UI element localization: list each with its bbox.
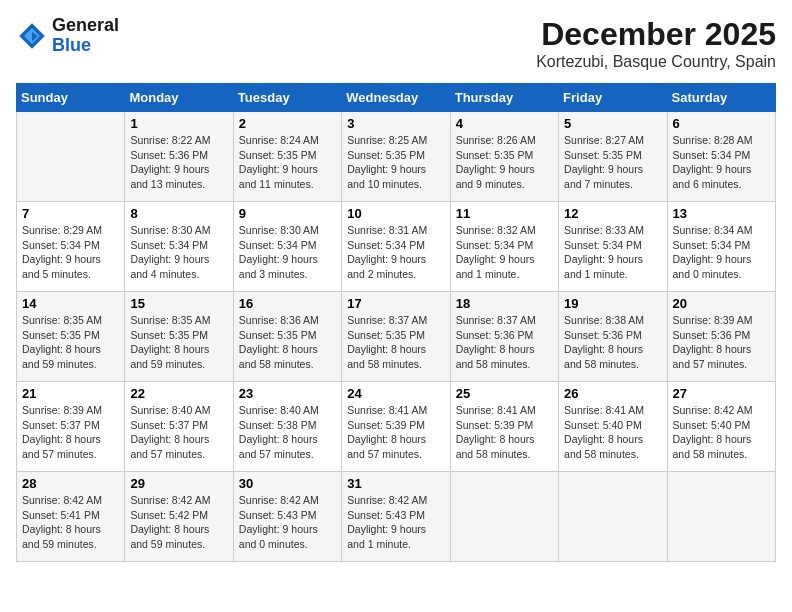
day-info: Sunrise: 8:26 AMSunset: 5:35 PMDaylight:… xyxy=(456,133,553,192)
calendar-cell: 13Sunrise: 8:34 AMSunset: 5:34 PMDayligh… xyxy=(667,202,775,292)
day-number: 21 xyxy=(22,386,119,401)
week-row-3: 21Sunrise: 8:39 AMSunset: 5:37 PMDayligh… xyxy=(17,382,776,472)
day-info: Sunrise: 8:30 AMSunset: 5:34 PMDaylight:… xyxy=(239,223,336,282)
day-info: Sunrise: 8:38 AMSunset: 5:36 PMDaylight:… xyxy=(564,313,661,372)
calendar-cell xyxy=(667,472,775,562)
subtitle: Kortezubi, Basque Country, Spain xyxy=(536,53,776,71)
calendar-cell: 4Sunrise: 8:26 AMSunset: 5:35 PMDaylight… xyxy=(450,112,558,202)
day-number: 29 xyxy=(130,476,227,491)
calendar-cell: 25Sunrise: 8:41 AMSunset: 5:39 PMDayligh… xyxy=(450,382,558,472)
day-info: Sunrise: 8:41 AMSunset: 5:39 PMDaylight:… xyxy=(347,403,444,462)
day-info: Sunrise: 8:31 AMSunset: 5:34 PMDaylight:… xyxy=(347,223,444,282)
day-number: 28 xyxy=(22,476,119,491)
day-info: Sunrise: 8:29 AMSunset: 5:34 PMDaylight:… xyxy=(22,223,119,282)
calendar-cell: 19Sunrise: 8:38 AMSunset: 5:36 PMDayligh… xyxy=(559,292,667,382)
calendar-cell xyxy=(559,472,667,562)
day-number: 10 xyxy=(347,206,444,221)
week-row-2: 14Sunrise: 8:35 AMSunset: 5:35 PMDayligh… xyxy=(17,292,776,382)
day-info: Sunrise: 8:28 AMSunset: 5:34 PMDaylight:… xyxy=(673,133,770,192)
day-number: 12 xyxy=(564,206,661,221)
header-cell-sunday: Sunday xyxy=(17,84,125,112)
day-number: 4 xyxy=(456,116,553,131)
day-info: Sunrise: 8:34 AMSunset: 5:34 PMDaylight:… xyxy=(673,223,770,282)
calendar-cell: 7Sunrise: 8:29 AMSunset: 5:34 PMDaylight… xyxy=(17,202,125,292)
day-info: Sunrise: 8:32 AMSunset: 5:34 PMDaylight:… xyxy=(456,223,553,282)
day-info: Sunrise: 8:37 AMSunset: 5:35 PMDaylight:… xyxy=(347,313,444,372)
calendar-cell: 2Sunrise: 8:24 AMSunset: 5:35 PMDaylight… xyxy=(233,112,341,202)
calendar-cell: 15Sunrise: 8:35 AMSunset: 5:35 PMDayligh… xyxy=(125,292,233,382)
day-info: Sunrise: 8:30 AMSunset: 5:34 PMDaylight:… xyxy=(130,223,227,282)
main-title: December 2025 xyxy=(536,16,776,53)
calendar-cell: 26Sunrise: 8:41 AMSunset: 5:40 PMDayligh… xyxy=(559,382,667,472)
day-info: Sunrise: 8:42 AMSunset: 5:41 PMDaylight:… xyxy=(22,493,119,552)
day-info: Sunrise: 8:36 AMSunset: 5:35 PMDaylight:… xyxy=(239,313,336,372)
day-info: Sunrise: 8:27 AMSunset: 5:35 PMDaylight:… xyxy=(564,133,661,192)
calendar-cell xyxy=(17,112,125,202)
calendar-cell: 1Sunrise: 8:22 AMSunset: 5:36 PMDaylight… xyxy=(125,112,233,202)
day-number: 27 xyxy=(673,386,770,401)
calendar-cell: 5Sunrise: 8:27 AMSunset: 5:35 PMDaylight… xyxy=(559,112,667,202)
day-number: 13 xyxy=(673,206,770,221)
calendar-cell: 24Sunrise: 8:41 AMSunset: 5:39 PMDayligh… xyxy=(342,382,450,472)
day-number: 14 xyxy=(22,296,119,311)
header-cell-thursday: Thursday xyxy=(450,84,558,112)
day-info: Sunrise: 8:41 AMSunset: 5:40 PMDaylight:… xyxy=(564,403,661,462)
calendar-cell: 29Sunrise: 8:42 AMSunset: 5:42 PMDayligh… xyxy=(125,472,233,562)
day-info: Sunrise: 8:39 AMSunset: 5:36 PMDaylight:… xyxy=(673,313,770,372)
calendar-cell: 21Sunrise: 8:39 AMSunset: 5:37 PMDayligh… xyxy=(17,382,125,472)
day-info: Sunrise: 8:33 AMSunset: 5:34 PMDaylight:… xyxy=(564,223,661,282)
day-number: 30 xyxy=(239,476,336,491)
day-number: 5 xyxy=(564,116,661,131)
day-number: 18 xyxy=(456,296,553,311)
day-info: Sunrise: 8:39 AMSunset: 5:37 PMDaylight:… xyxy=(22,403,119,462)
calendar-cell xyxy=(450,472,558,562)
header-row: SundayMondayTuesdayWednesdayThursdayFrid… xyxy=(17,84,776,112)
day-number: 7 xyxy=(22,206,119,221)
logo-text: General Blue xyxy=(52,16,119,56)
day-number: 9 xyxy=(239,206,336,221)
calendar-table: SundayMondayTuesdayWednesdayThursdayFrid… xyxy=(16,83,776,562)
calendar-cell: 14Sunrise: 8:35 AMSunset: 5:35 PMDayligh… xyxy=(17,292,125,382)
day-info: Sunrise: 8:42 AMSunset: 5:43 PMDaylight:… xyxy=(239,493,336,552)
calendar-cell: 9Sunrise: 8:30 AMSunset: 5:34 PMDaylight… xyxy=(233,202,341,292)
day-number: 8 xyxy=(130,206,227,221)
day-info: Sunrise: 8:35 AMSunset: 5:35 PMDaylight:… xyxy=(22,313,119,372)
day-number: 2 xyxy=(239,116,336,131)
calendar-cell: 22Sunrise: 8:40 AMSunset: 5:37 PMDayligh… xyxy=(125,382,233,472)
day-info: Sunrise: 8:40 AMSunset: 5:37 PMDaylight:… xyxy=(130,403,227,462)
header: General Blue December 2025 Kortezubi, Ba… xyxy=(16,16,776,71)
header-cell-tuesday: Tuesday xyxy=(233,84,341,112)
calendar-cell: 20Sunrise: 8:39 AMSunset: 5:36 PMDayligh… xyxy=(667,292,775,382)
calendar-cell: 30Sunrise: 8:42 AMSunset: 5:43 PMDayligh… xyxy=(233,472,341,562)
day-number: 3 xyxy=(347,116,444,131)
calendar-cell: 27Sunrise: 8:42 AMSunset: 5:40 PMDayligh… xyxy=(667,382,775,472)
week-row-4: 28Sunrise: 8:42 AMSunset: 5:41 PMDayligh… xyxy=(17,472,776,562)
header-cell-monday: Monday xyxy=(125,84,233,112)
logo: General Blue xyxy=(16,16,119,56)
week-row-0: 1Sunrise: 8:22 AMSunset: 5:36 PMDaylight… xyxy=(17,112,776,202)
day-number: 16 xyxy=(239,296,336,311)
calendar-cell: 17Sunrise: 8:37 AMSunset: 5:35 PMDayligh… xyxy=(342,292,450,382)
day-info: Sunrise: 8:25 AMSunset: 5:35 PMDaylight:… xyxy=(347,133,444,192)
week-row-1: 7Sunrise: 8:29 AMSunset: 5:34 PMDaylight… xyxy=(17,202,776,292)
day-number: 20 xyxy=(673,296,770,311)
header-cell-friday: Friday xyxy=(559,84,667,112)
calendar-cell: 28Sunrise: 8:42 AMSunset: 5:41 PMDayligh… xyxy=(17,472,125,562)
day-info: Sunrise: 8:24 AMSunset: 5:35 PMDaylight:… xyxy=(239,133,336,192)
calendar-cell: 8Sunrise: 8:30 AMSunset: 5:34 PMDaylight… xyxy=(125,202,233,292)
day-info: Sunrise: 8:37 AMSunset: 5:36 PMDaylight:… xyxy=(456,313,553,372)
calendar-cell: 12Sunrise: 8:33 AMSunset: 5:34 PMDayligh… xyxy=(559,202,667,292)
calendar-cell: 11Sunrise: 8:32 AMSunset: 5:34 PMDayligh… xyxy=(450,202,558,292)
day-number: 19 xyxy=(564,296,661,311)
day-number: 24 xyxy=(347,386,444,401)
day-info: Sunrise: 8:42 AMSunset: 5:43 PMDaylight:… xyxy=(347,493,444,552)
day-info: Sunrise: 8:42 AMSunset: 5:42 PMDaylight:… xyxy=(130,493,227,552)
day-number: 11 xyxy=(456,206,553,221)
day-info: Sunrise: 8:42 AMSunset: 5:40 PMDaylight:… xyxy=(673,403,770,462)
day-number: 15 xyxy=(130,296,227,311)
day-number: 17 xyxy=(347,296,444,311)
calendar-cell: 10Sunrise: 8:31 AMSunset: 5:34 PMDayligh… xyxy=(342,202,450,292)
day-info: Sunrise: 8:35 AMSunset: 5:35 PMDaylight:… xyxy=(130,313,227,372)
calendar-cell: 6Sunrise: 8:28 AMSunset: 5:34 PMDaylight… xyxy=(667,112,775,202)
day-number: 22 xyxy=(130,386,227,401)
